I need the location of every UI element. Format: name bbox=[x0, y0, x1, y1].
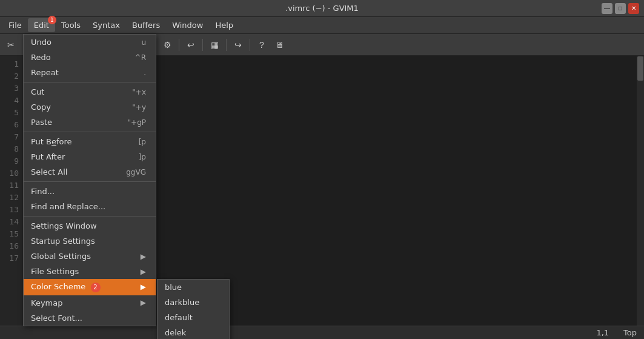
menu-copy[interactable]: Copy "+y bbox=[24, 99, 156, 115]
menu-buffers[interactable]: Buffers bbox=[126, 18, 166, 32]
menu-file[interactable]: File bbox=[2, 18, 28, 32]
cursor-position: 1,1 bbox=[596, 328, 609, 337]
toolbar-sep-3 bbox=[179, 39, 179, 51]
menu-startup-settings[interactable]: Startup Settings bbox=[24, 233, 156, 249]
menu-global-settings[interactable]: Global Settings ▶ bbox=[24, 249, 156, 264]
menu-file-settings[interactable]: File Settings ▶ bbox=[24, 264, 156, 279]
color-default[interactable]: default bbox=[158, 310, 229, 325]
statusbar-right: 1,1 Top bbox=[596, 328, 637, 337]
toolbar-sep-4 bbox=[202, 39, 203, 51]
menu-color-scheme[interactable]: Color Scheme 2 ▶ blue darkblue default d… bbox=[24, 279, 156, 295]
menu-help[interactable]: Help bbox=[209, 18, 239, 32]
color-blue[interactable]: blue bbox=[158, 280, 229, 295]
menu-select-font[interactable]: Select Font... bbox=[24, 310, 156, 326]
menu-find[interactable]: Find... bbox=[24, 184, 156, 199]
sep-2 bbox=[24, 132, 156, 132]
menu-window[interactable]: Window bbox=[166, 18, 209, 32]
menu-paste[interactable]: Paste "+gP bbox=[24, 115, 156, 130]
cut-icon[interactable]: ✂ bbox=[2, 36, 19, 53]
window-title: .vimrc (~) - GVIM1 bbox=[285, 4, 359, 13]
line-numbers: 12345 678910 1112131415 1617 bbox=[0, 56, 24, 339]
menu-find-replace[interactable]: Find and Replace... bbox=[24, 199, 156, 214]
menu-select-all[interactable]: Select All ggVG bbox=[24, 164, 156, 180]
minimize-button[interactable]: — bbox=[602, 3, 612, 14]
window-controls: — □ ✕ bbox=[602, 3, 639, 14]
menu-put-after[interactable]: Put After ]p bbox=[24, 149, 156, 164]
menu-cut[interactable]: Cut "+x bbox=[24, 84, 156, 99]
color-delek[interactable]: delek bbox=[158, 325, 229, 339]
menu-syntax[interactable]: Syntax bbox=[87, 18, 126, 32]
sep-1 bbox=[24, 82, 156, 82]
close-button[interactable]: ✕ bbox=[628, 3, 639, 14]
menu-redo[interactable]: Redo ^R bbox=[24, 50, 156, 65]
menu-tools[interactable]: Tools bbox=[55, 18, 87, 32]
sep-3 bbox=[24, 181, 156, 182]
table-icon[interactable]: ▦ bbox=[206, 36, 223, 53]
maximize-button[interactable]: □ bbox=[615, 3, 626, 14]
color-scheme-badge: 2 bbox=[91, 283, 101, 292]
menubar: File Edit 1 Tools Syntax Buffers Window … bbox=[0, 17, 644, 34]
toolbar-sep-5 bbox=[226, 39, 227, 51]
scroll-position: Top bbox=[623, 328, 637, 337]
edit-dropdown: Undo u Redo ^R Repeat . Cut "+x Copy "+y… bbox=[23, 34, 156, 326]
shell-icon[interactable]: 🖥 bbox=[271, 36, 288, 53]
menu-keymap[interactable]: Keymap ▶ bbox=[24, 295, 156, 310]
color-darkblue[interactable]: darkblue bbox=[158, 295, 229, 310]
statusbar: 1,1 Top bbox=[0, 326, 644, 339]
color-submenu: blue darkblue default delek desert elflo… bbox=[157, 279, 230, 339]
scrollbar[interactable] bbox=[637, 56, 644, 326]
menu-repeat[interactable]: Repeat . bbox=[24, 65, 156, 80]
scrollbar-thumb[interactable] bbox=[637, 56, 643, 81]
menu-edit[interactable]: Edit 1 bbox=[28, 18, 55, 32]
menu-settings-window[interactable]: Settings Window bbox=[24, 218, 156, 233]
menu-put-before[interactable]: Put Before [p bbox=[24, 134, 156, 149]
titlebar: .vimrc (~) - GVIM1 — □ ✕ bbox=[0, 0, 644, 17]
menu-undo[interactable]: Undo u bbox=[24, 35, 156, 50]
undo-icon[interactable]: ↩ bbox=[182, 36, 199, 53]
run-icon[interactable]: ⚙ bbox=[159, 36, 176, 53]
redo-icon[interactable]: ↪ bbox=[230, 36, 247, 53]
help-icon[interactable]: ? bbox=[253, 36, 270, 53]
toolbar-sep-6 bbox=[250, 39, 250, 51]
sep-4 bbox=[24, 216, 156, 216]
